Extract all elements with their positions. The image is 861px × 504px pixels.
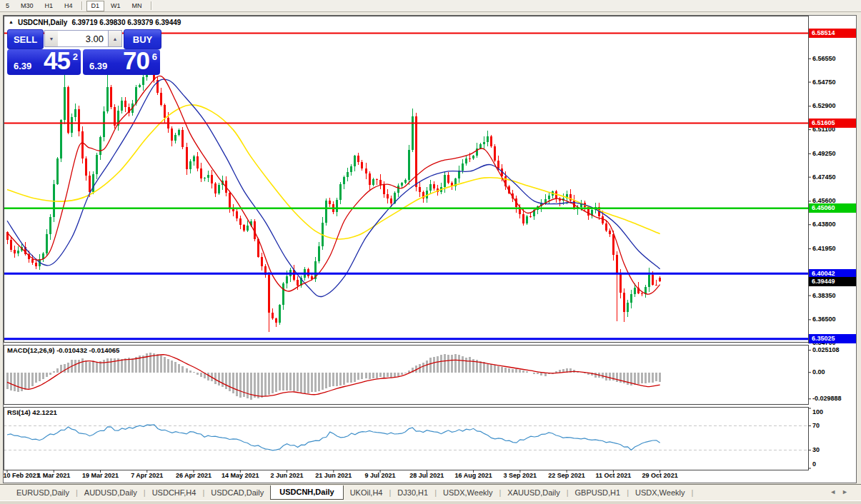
chart-ohlc-values: 6.39719 6.39830 6.39379 6.39449: [71, 19, 181, 26]
tabs-scroll-right-icon[interactable]: ►: [842, 488, 854, 495]
volume-down-icon: ▼: [49, 36, 54, 41]
sell-button[interactable]: SELL: [7, 29, 44, 49]
bid-price-pip: 2: [73, 51, 78, 62]
chart-tab-usdchf-h4[interactable]: USDCHF,H4: [146, 486, 203, 499]
chart-tab-usdcad-daily[interactable]: USDCAD,Daily: [204, 486, 270, 499]
date-axis-label: 19 Mar 2021: [82, 472, 119, 479]
one-click-trading-panel: SELL ▼ ▲ BUY 6.39 45 2 6.39 70 6: [7, 29, 160, 75]
tab-separator: |: [691, 488, 693, 497]
price-axis-tick: 6.41950: [812, 245, 836, 253]
rsi-axis-tick: 70: [812, 422, 820, 430]
timeframe-toolbar: 5M30H1H4D1W1MN: [0, 0, 861, 12]
date-axis[interactable]: [4, 470, 808, 483]
chart-tab-ukoil-h4[interactable]: UKOil,H4: [344, 486, 389, 499]
chart-title: ▲ USDCNH,Daily 6.39719 6.39830 6.39379 6…: [9, 19, 181, 26]
rsi-axis-tick: 100: [812, 408, 823, 416]
chart-tab-usdx-weekly[interactable]: USDX,Weekly: [629, 486, 691, 499]
bid-price-main: 45: [44, 46, 70, 75]
volume-decrease-button[interactable]: ▼: [44, 30, 59, 47]
ma-slow: [7, 105, 660, 239]
timeframe-button-d1[interactable]: D1: [86, 1, 105, 11]
price-level-badge: 6.58514: [809, 29, 856, 38]
price-level-badge: 6.45060: [809, 203, 856, 213]
macd-label: MACD(12,26,9) -0.010432 -0.014065: [7, 346, 119, 354]
ma-medium: [7, 79, 660, 297]
macd-axis-tick: 0.025108: [812, 346, 840, 354]
price-axis-tick: 6.43800: [812, 221, 836, 228]
price-axis-tick: 6.54750: [812, 79, 836, 86]
date-axis-label: 2 Jun 2021: [271, 472, 304, 479]
chart-tab-usdx-weekly[interactable]: USDX,Weekly: [437, 486, 499, 499]
date-axis-label: 28 Jul 2021: [409, 472, 444, 479]
date-axis-label: 3 Sep 2021: [504, 472, 537, 479]
date-axis-label: 21 Jun 2021: [315, 472, 352, 479]
date-axis-label: 7 Apr 2021: [131, 472, 163, 479]
chart-tab-gbpusd-h1[interactable]: GBPUSD,H1: [569, 486, 627, 499]
macd-axis-tick: -0.029888: [812, 395, 842, 403]
timeframe-button-w1[interactable]: W1: [106, 1, 126, 11]
chart-tab-audusd-daily[interactable]: AUDUSD,Daily: [78, 486, 144, 499]
tabs-scroll-arrows[interactable]: ◄►: [830, 488, 854, 495]
price-axis-tick: 6.47450: [812, 173, 836, 181]
chart-tabbar: EURUSD,Daily|AUDUSD,Daily|USDCHF,H4|USDC…: [0, 484, 861, 500]
date-axis-label: 22 Sep 2021: [548, 472, 585, 479]
chart-symbol-label: USDCNH,Daily: [18, 19, 67, 26]
price-level-badge: 6.35025: [809, 334, 856, 343]
volume-up-icon: ▲: [113, 36, 118, 41]
mt4-terminal: 5M30H1H4D1W1MN ▲ USDCNH,Daily 6.39719 6.…: [0, 0, 861, 504]
timeframe-button-h1[interactable]: H1: [40, 1, 59, 11]
date-axis-label: 10 Feb 2021: [3, 472, 39, 479]
price-axis-tick: 6.49250: [812, 150, 836, 158]
tabs-scroll-left-icon[interactable]: ◄: [830, 488, 842, 495]
price-axis-tick: 6.52900: [812, 102, 836, 110]
ask-price-box[interactable]: 6.39 70 6: [83, 49, 160, 75]
chart-tab-xauusd-daily[interactable]: XAUUSD,Daily: [501, 486, 566, 499]
chart-tab-usdcnh-daily[interactable]: USDCNH,Daily: [270, 485, 343, 500]
bid-price-box[interactable]: 6.39 45 2: [7, 49, 81, 75]
price-chart-canvas[interactable]: [4, 16, 857, 483]
rsi-axis-tick: 30: [812, 446, 820, 454]
ask-price-pip: 6: [152, 51, 157, 62]
date-axis-label: 11 Oct 2021: [596, 472, 632, 479]
ask-price-prefix: 6.39: [89, 61, 107, 71]
price-axis-tick: 6.36500: [812, 316, 836, 323]
bid-price-prefix: 6.39: [14, 61, 31, 71]
price-axis-tick: 6.38350: [812, 292, 836, 300]
chart-tab-eurusd-daily[interactable]: EURUSD,Daily: [10, 486, 76, 499]
current-price-badge: 6.39449: [809, 277, 856, 286]
price-level-badge: 6.51605: [809, 119, 856, 128]
timeframe-button-mn[interactable]: MN: [127, 1, 147, 11]
rsi-line: [7, 425, 660, 450]
price-axis-tick: 6.56550: [812, 55, 836, 63]
toolbar-separator: [81, 1, 83, 10]
macd-axis-tick: 0.00: [812, 368, 825, 376]
date-axis-label: 29 Oct 2021: [642, 472, 678, 479]
timeframe-button-5[interactable]: 5: [1, 1, 14, 11]
rsi-axis-tick: 0: [812, 460, 816, 468]
date-axis-label: 14 May 2021: [222, 472, 259, 479]
timeframe-button-m30[interactable]: M30: [16, 1, 39, 11]
chart-tab-dj30-h1[interactable]: DJ30,H1: [391, 486, 434, 499]
rsi-label: RSI(14) 42.1221: [7, 408, 57, 416]
bottom-strip: [0, 500, 861, 504]
date-axis-label: 9 Jul 2021: [365, 472, 396, 479]
collapse-triangle-icon[interactable]: ▲: [9, 19, 14, 24]
date-axis-label: 1 Mar 2021: [37, 472, 70, 479]
volume-input[interactable]: [58, 30, 108, 47]
timeframe-button-h4[interactable]: H4: [59, 1, 78, 11]
date-axis-label: 26 Apr 2021: [176, 472, 211, 479]
ask-price-main: 70: [123, 46, 149, 75]
volume-increase-button[interactable]: ▲: [108, 30, 122, 47]
toolbar-separator: [151, 1, 152, 10]
date-axis-label: 16 Aug 2021: [454, 472, 492, 479]
